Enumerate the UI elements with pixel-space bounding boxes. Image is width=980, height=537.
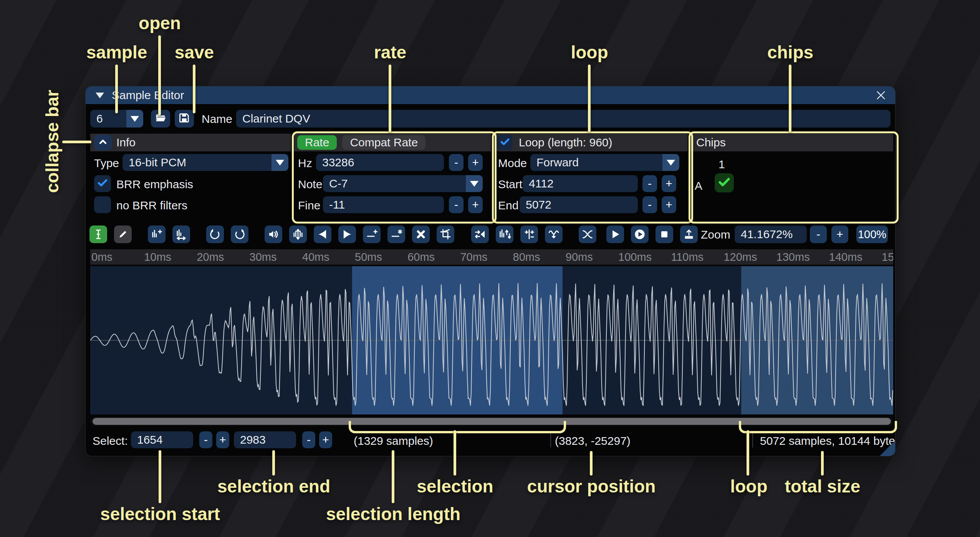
ruler-tick-label: 140ms bbox=[829, 249, 862, 265]
ruler-tick-label: 130ms bbox=[776, 249, 810, 265]
signed-unsigned-button[interactable] bbox=[520, 225, 538, 243]
annotation-line-collapse-bar bbox=[62, 141, 91, 143]
zoom-value: 41.1672% bbox=[741, 228, 793, 241]
stop-icon bbox=[658, 228, 670, 240]
annotation-open: open bbox=[139, 13, 181, 33]
insert-silence-icon bbox=[366, 228, 378, 240]
window-collapse-icon[interactable] bbox=[96, 93, 104, 98]
crossfade-button[interactable] bbox=[579, 225, 596, 243]
export-icon bbox=[683, 228, 695, 240]
selection-start-input[interactable]: 1654 bbox=[131, 431, 193, 448]
no-brr-filters-checkbox[interactable] bbox=[94, 196, 111, 213]
waveform-view[interactable] bbox=[90, 266, 893, 414]
ruler-tick-label: 120ms bbox=[723, 249, 757, 265]
annotation-cursor-position: cursor position bbox=[527, 476, 656, 497]
preview-button[interactable] bbox=[606, 225, 624, 243]
fade-in-button[interactable] bbox=[314, 225, 331, 243]
info-panel-title: Info bbox=[116, 136, 136, 149]
annotation-line-save bbox=[193, 65, 195, 113]
fade-out-button[interactable] bbox=[338, 225, 356, 243]
redo-button[interactable] bbox=[231, 225, 248, 243]
ruler-tick-label: 40ms bbox=[302, 249, 329, 265]
annotation-line-chips bbox=[789, 65, 791, 132]
undo-button[interactable] bbox=[206, 225, 224, 243]
annotation-line-loop-bottom bbox=[747, 430, 749, 476]
filter-icon bbox=[548, 228, 560, 240]
resample-button[interactable] bbox=[172, 225, 190, 243]
insert-silence-button[interactable] bbox=[363, 225, 381, 243]
annotation-selection-start: selection start bbox=[100, 504, 220, 524]
draw-button[interactable] bbox=[114, 225, 132, 243]
apply-silence-button[interactable] bbox=[387, 225, 405, 243]
annotation-outline-chips bbox=[689, 131, 899, 224]
selection-end-minus-button[interactable]: - bbox=[302, 431, 315, 448]
ruler-tick-label: 30ms bbox=[250, 249, 277, 265]
sample-type-value: 16-bit PCM bbox=[122, 156, 271, 169]
play-button[interactable] bbox=[631, 225, 649, 243]
normalize-icon bbox=[292, 228, 304, 240]
ruler-tick-label: 110ms bbox=[671, 249, 704, 265]
trim-button[interactable] bbox=[437, 225, 454, 243]
annotation-total-size: total size bbox=[785, 476, 861, 497]
reverse-button[interactable] bbox=[471, 225, 489, 243]
annotation-bracket-selection bbox=[349, 421, 566, 433]
sample-index-value: 6 bbox=[90, 112, 126, 125]
apply-silence-icon bbox=[390, 228, 402, 240]
annotation-outline-loop bbox=[492, 131, 693, 224]
sample-index-dropdown[interactable] bbox=[126, 110, 143, 128]
status-separator bbox=[752, 433, 753, 448]
invert-button[interactable] bbox=[496, 225, 513, 243]
chevron-down-icon bbox=[131, 116, 139, 122]
draw-icon bbox=[117, 228, 129, 240]
selection-end-input[interactable]: 2983 bbox=[234, 431, 296, 448]
export-button[interactable] bbox=[680, 225, 698, 243]
time-ruler[interactable]: 0ms10ms20ms30ms40ms50ms60ms70ms80ms90ms1… bbox=[90, 249, 893, 265]
resample-icon bbox=[175, 228, 187, 240]
annotation-line-selection-start bbox=[159, 450, 161, 503]
ruler-tick-label: 20ms bbox=[197, 249, 224, 265]
annotation-selection-length: selection length bbox=[326, 504, 460, 524]
annotation-chips: chips bbox=[767, 42, 813, 63]
save-sample-button[interactable] bbox=[175, 110, 194, 128]
resize-button[interactable] bbox=[148, 225, 166, 243]
amplify-button[interactable] bbox=[265, 225, 282, 243]
selection-length-text: (1329 samples) bbox=[354, 434, 433, 448]
close-button[interactable] bbox=[873, 88, 889, 103]
title-bar[interactable]: Sample Editor bbox=[86, 86, 895, 104]
normalize-button[interactable] bbox=[289, 225, 307, 243]
cursor-position-text: (3823, -25297) bbox=[555, 434, 631, 448]
filter-button[interactable] bbox=[545, 225, 563, 243]
chevron-up-icon bbox=[97, 136, 109, 149]
selection-start-minus-button[interactable]: - bbox=[199, 431, 212, 448]
ruler-tick-label: 90ms bbox=[566, 249, 593, 265]
selection-end-plus-button[interactable]: + bbox=[319, 431, 332, 448]
select-button[interactable] bbox=[89, 225, 107, 243]
info-panel-header: Info bbox=[90, 134, 291, 151]
sample-type-dropdown[interactable] bbox=[271, 154, 288, 171]
sample-name-input[interactable]: Clarinet DQV bbox=[236, 110, 891, 128]
brr-emphasis-checkbox[interactable] bbox=[94, 175, 111, 192]
stop-button[interactable] bbox=[656, 225, 673, 243]
annotation-line-selection-length bbox=[392, 450, 394, 503]
save-icon bbox=[178, 112, 190, 126]
selection-start-plus-button[interactable]: + bbox=[216, 431, 229, 448]
zoom-input[interactable]: 41.1672% bbox=[735, 225, 807, 243]
zoom-out-button[interactable]: - bbox=[810, 225, 827, 243]
annotation-bracket-loop bbox=[739, 421, 897, 433]
annotation-sample: sample bbox=[86, 42, 147, 63]
amplify-icon bbox=[267, 228, 280, 240]
signed-unsigned-icon bbox=[523, 228, 535, 240]
collapse-bar-button[interactable] bbox=[94, 135, 112, 150]
selection-start-value: 1654 bbox=[137, 433, 163, 446]
delete-icon bbox=[415, 228, 427, 240]
zoom-reset-button[interactable]: 100% bbox=[856, 225, 888, 243]
annotation-line-selection-end bbox=[272, 450, 275, 476]
zoom-in-button[interactable]: + bbox=[831, 225, 848, 243]
sample-type-select[interactable]: 16-bit PCM bbox=[122, 154, 288, 171]
name-label: Name bbox=[202, 113, 232, 126]
status-bar: Select: 1654 - + 2983 - + (1329 samples)… bbox=[86, 431, 895, 450]
select-icon bbox=[92, 228, 104, 240]
annotation-selection-end: selection end bbox=[217, 476, 330, 497]
delete-button[interactable] bbox=[412, 225, 430, 243]
annotation-selection: selection bbox=[417, 476, 493, 497]
